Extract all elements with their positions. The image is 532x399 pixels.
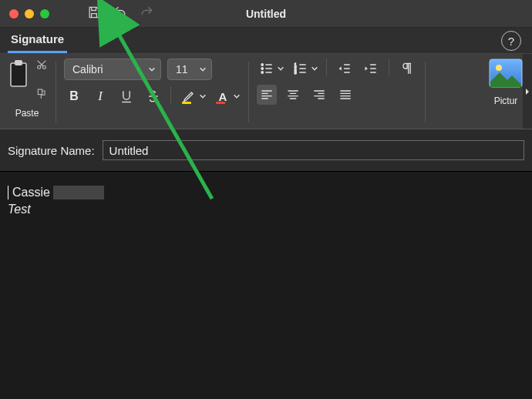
paragraph-group: 123 xyxy=(257,59,417,105)
clipboard-group: Paste xyxy=(6,59,48,119)
picture-icon xyxy=(489,59,523,91)
ribbon-tabs: Signature ? xyxy=(0,28,532,54)
format-painter-icon[interactable] xyxy=(35,88,48,103)
ribbon: Paste Calibri 11 B I A xyxy=(0,54,532,129)
paragraph-marks-button[interactable] xyxy=(397,59,417,79)
close-window-button[interactable] xyxy=(9,9,19,18)
chevron-down-icon xyxy=(277,65,285,72)
svg-point-5 xyxy=(261,64,264,66)
chevron-down-icon xyxy=(199,92,207,100)
tab-signature[interactable]: Signature xyxy=(8,28,67,53)
svg-point-7 xyxy=(261,72,264,74)
cut-icon[interactable] xyxy=(35,59,48,74)
strikethrough-button[interactable] xyxy=(143,86,163,106)
italic-button[interactable]: I xyxy=(90,86,110,106)
body-line1-name: Cassie xyxy=(12,186,50,200)
quick-access-toolbar xyxy=(86,5,154,23)
redacted-text xyxy=(53,186,104,200)
window-controls xyxy=(9,9,49,18)
bulleted-list-button[interactable] xyxy=(257,59,285,79)
highlight-color-button[interactable] xyxy=(179,86,207,106)
chevron-down-icon xyxy=(311,65,318,72)
font-size-dropdown[interactable]: 11 xyxy=(167,59,212,80)
help-button[interactable]: ? xyxy=(501,31,521,51)
increase-indent-button[interactable] xyxy=(361,59,381,79)
svg-rect-1 xyxy=(15,60,22,65)
clipboard-icon[interactable] xyxy=(6,59,31,92)
font-name-dropdown[interactable]: Calibri xyxy=(64,59,161,80)
pictures-group[interactable]: Pictur xyxy=(489,59,523,106)
chevron-down-icon xyxy=(199,65,207,73)
decrease-indent-button[interactable] xyxy=(335,59,355,79)
text-cursor xyxy=(8,186,8,200)
align-justify-button[interactable] xyxy=(335,85,355,105)
body-line2: Test xyxy=(8,203,524,216)
svg-rect-0 xyxy=(11,63,26,86)
chevron-down-icon xyxy=(148,65,156,73)
svg-rect-4 xyxy=(38,89,42,95)
svg-point-6 xyxy=(261,68,264,70)
window-title: Untitled xyxy=(0,8,532,20)
paste-label[interactable]: Paste xyxy=(15,108,39,119)
minimize-window-button[interactable] xyxy=(25,9,34,18)
align-right-button[interactable] xyxy=(309,85,329,105)
signature-name-row: Signature Name: xyxy=(0,129,532,172)
numbered-list-button[interactable]: 123 xyxy=(291,59,318,79)
ribbon-collapse-handle[interactable] xyxy=(523,54,532,129)
bold-button[interactable]: B xyxy=(64,86,84,106)
redo-icon xyxy=(139,5,154,23)
svg-text:3: 3 xyxy=(295,70,297,75)
svg-point-12 xyxy=(496,65,502,71)
underline-button[interactable] xyxy=(116,86,136,106)
signature-editor[interactable]: Cassie Test xyxy=(0,172,532,398)
align-left-button[interactable] xyxy=(257,85,277,105)
save-icon[interactable] xyxy=(86,5,102,23)
signature-name-input[interactable] xyxy=(103,140,524,160)
font-color-button[interactable]: A xyxy=(213,86,241,106)
undo-icon[interactable] xyxy=(113,5,128,23)
signature-name-label: Signature Name: xyxy=(8,144,95,157)
chevron-down-icon xyxy=(233,92,241,100)
font-group: Calibri 11 B I A xyxy=(64,59,241,106)
titlebar: Untitled xyxy=(0,0,532,28)
align-center-button[interactable] xyxy=(283,85,303,105)
zoom-window-button[interactable] xyxy=(40,9,49,18)
help-icon: ? xyxy=(508,35,514,48)
